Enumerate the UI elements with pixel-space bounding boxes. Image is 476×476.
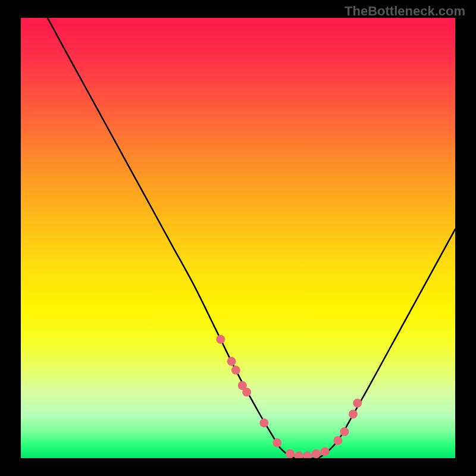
marker-dot bbox=[227, 357, 236, 366]
marker-dot bbox=[259, 418, 268, 427]
marker-dots bbox=[216, 335, 362, 458]
marker-dot bbox=[242, 388, 251, 397]
marker-dot bbox=[312, 449, 321, 458]
marker-dot bbox=[216, 335, 225, 344]
marker-dot bbox=[340, 427, 349, 436]
marker-dot bbox=[353, 399, 362, 408]
chart-svg bbox=[21, 18, 455, 458]
marker-dot bbox=[349, 410, 358, 419]
marker-dot bbox=[321, 447, 330, 456]
marker-dot bbox=[231, 366, 240, 375]
bottleneck-curve bbox=[21, 18, 455, 458]
marker-dot bbox=[303, 452, 312, 458]
marker-dot bbox=[273, 439, 281, 447]
marker-dot bbox=[295, 452, 303, 458]
marker-dot bbox=[286, 449, 295, 458]
watermark-text: TheBottleneck.com bbox=[345, 4, 465, 19]
plot-area bbox=[21, 18, 455, 458]
marker-dot bbox=[333, 436, 342, 445]
